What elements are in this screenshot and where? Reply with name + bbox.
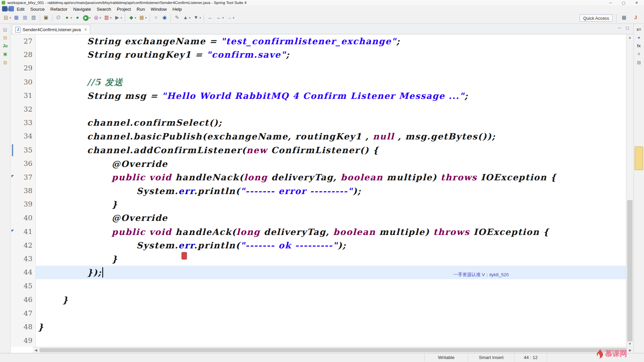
annotation-ruler[interactable] xyxy=(11,279,16,293)
scroll-up-arrow-icon[interactable]: ▲ xyxy=(626,35,633,41)
tab-close-icon[interactable]: ✕ xyxy=(84,27,87,32)
run-external-icon[interactable]: ▶▾ xyxy=(113,13,123,22)
dropdown-arrow-icon[interactable]: ▾ xyxy=(9,16,11,19)
dropdown-arrow-icon[interactable]: ▾ xyxy=(70,16,72,19)
start-server-icon[interactable]: ● xyxy=(73,13,81,22)
code-line[interactable]: 29 xyxy=(11,62,627,75)
close-button[interactable]: ✕ xyxy=(635,1,638,5)
annotation-ruler[interactable] xyxy=(11,75,16,89)
menu-refactor[interactable]: Refactor xyxy=(48,6,70,12)
code-line[interactable]: 27String exchangeName = "test_confirmlis… xyxy=(11,35,627,48)
code-lines[interactable]: 27String exchangeName = "test_confirmlis… xyxy=(11,35,627,347)
menu-run[interactable]: Run xyxy=(134,6,148,12)
dropdown-arrow-icon[interactable]: ▾ xyxy=(89,16,91,19)
editor-minimize-icon[interactable]: ─ xyxy=(618,26,621,30)
menu-edit[interactable]: Edit xyxy=(14,6,27,12)
code-line[interactable]: 35channel.addConfirmListener(new Confirm… xyxy=(11,143,627,157)
minimize-button[interactable]: ─ xyxy=(609,1,612,5)
print-icon[interactable]: ▥ xyxy=(30,13,38,22)
search-icon[interactable]: ◉ xyxy=(161,13,168,22)
last-edit-location-icon[interactable]: ← xyxy=(206,13,214,22)
quick-access-button[interactable]: Quick Access xyxy=(580,14,613,21)
code-line[interactable]: 28String routingKey1 = "confirm.save"; xyxy=(11,48,627,62)
code-line[interactable]: 34channel.basicPublish(exchangeName, rou… xyxy=(11,130,627,143)
scroll-down-arrow-icon[interactable]: ▼ xyxy=(626,341,633,347)
code-line[interactable]: 44}); xyxy=(11,266,627,280)
maximize-button[interactable]: ▢ xyxy=(622,1,625,5)
mark-occurrences-icon[interactable]: ✎ xyxy=(173,13,181,22)
code-line[interactable]: 33channel.confirmSelect(); xyxy=(11,116,627,130)
annotation-ruler[interactable] xyxy=(11,103,16,116)
annotation-ruler[interactable] xyxy=(11,184,16,198)
horizontal-scrollbar[interactable]: ◀ ▶ xyxy=(33,347,633,353)
vertical-scroll-thumb[interactable] xyxy=(627,200,633,342)
menu-source[interactable]: Source xyxy=(28,6,48,12)
run-icon[interactable]: ▶▾ xyxy=(82,13,92,22)
forward-icon[interactable]: →▾ xyxy=(225,13,235,22)
package-explorer-icon[interactable]: ▤ xyxy=(1,34,9,41)
annotation-ruler[interactable] xyxy=(11,171,16,184)
dropdown-arrow-icon[interactable]: ▾ xyxy=(120,16,122,19)
code-line[interactable]: 40@Override xyxy=(11,211,627,225)
dropdown-arrow-icon[interactable]: ▾ xyxy=(200,16,201,19)
spring-explorer-icon[interactable]: ▣ xyxy=(1,50,9,57)
dropdown-arrow-icon[interactable]: ▾ xyxy=(110,16,111,19)
annotation-ruler[interactable] xyxy=(11,252,16,266)
outline-icon[interactable]: ≡ xyxy=(635,50,643,57)
open-type-icon[interactable]: ○ xyxy=(152,13,160,22)
annotation-ruler[interactable] xyxy=(11,239,16,252)
annotation-ruler[interactable] xyxy=(11,143,16,157)
code-line[interactable]: 47 xyxy=(11,307,627,320)
task-list-icon[interactable]: ▤ xyxy=(635,59,643,66)
save-icon[interactable]: ▦ xyxy=(12,13,20,22)
dropdown-arrow-icon[interactable]: ▾ xyxy=(145,16,147,19)
annotation-ruler[interactable] xyxy=(11,62,16,75)
skip-breakpoints-icon[interactable]: ∅ xyxy=(54,13,62,22)
annotation-ruler[interactable] xyxy=(11,211,16,225)
editor-maximize-icon[interactable]: ▢ xyxy=(626,26,629,30)
build-all-icon[interactable]: ▣ xyxy=(42,13,50,22)
horizontal-scroll-thumb[interactable] xyxy=(40,348,627,352)
annotation-ruler[interactable] xyxy=(11,293,16,307)
tab-sender4confirmlistener[interactable]: J Sender4ConfirmListener.java ✕ xyxy=(12,24,91,34)
annotation-ruler[interactable] xyxy=(11,89,16,103)
code-line[interactable]: 49 xyxy=(11,334,627,347)
navigator-icon[interactable]: ▨ xyxy=(1,59,9,66)
coverage-icon[interactable]: ▥▾ xyxy=(103,13,112,22)
menu-window[interactable]: Window xyxy=(148,6,170,12)
annotation-ruler[interactable] xyxy=(11,307,16,320)
back-icon[interactable]: ←▾ xyxy=(215,13,225,22)
annotation-ruler[interactable] xyxy=(11,35,16,48)
dropdown-arrow-icon[interactable]: ▾ xyxy=(135,16,136,19)
annotation-ruler[interactable] xyxy=(11,320,16,334)
restore-views-icon[interactable]: ◱ xyxy=(1,26,9,33)
code-line[interactable]: 39} xyxy=(11,198,627,212)
dropdown-arrow-icon[interactable]: ▾ xyxy=(233,16,234,19)
dropdown-arrow-icon[interactable]: ▾ xyxy=(100,16,101,19)
next-annotation-icon[interactable]: ▼▾ xyxy=(192,13,202,22)
annotation-ruler[interactable] xyxy=(11,334,16,347)
menu-project[interactable]: Project xyxy=(114,6,134,12)
annotation-ruler[interactable] xyxy=(11,225,16,239)
vertical-scrollbar[interactable]: ▲ ▼ xyxy=(626,35,633,347)
scroll-left-arrow-icon[interactable]: ◀ xyxy=(33,348,39,352)
code-line[interactable]: 43} xyxy=(11,252,627,266)
profile-icon[interactable]: ◎▾ xyxy=(92,13,102,22)
dropdown-arrow-icon[interactable]: ▾ xyxy=(189,16,190,19)
menu-help[interactable]: Help xyxy=(170,6,185,12)
java-perspective-icon[interactable]: J xyxy=(632,13,639,22)
new-wizard-icon[interactable]: ▤▾ xyxy=(2,13,12,22)
code-line[interactable]: 48} xyxy=(11,320,627,334)
expressions-icon[interactable]: fx xyxy=(635,42,643,49)
code-line[interactable]: 37public void handleNack(long deliveryTa… xyxy=(11,171,627,184)
code-line[interactable]: 41public void handleAck(long deliveryTag… xyxy=(11,225,627,239)
prev-annotation-icon[interactable]: ▲▾ xyxy=(181,13,191,22)
scroll-right-arrow-icon[interactable]: ▶ xyxy=(627,348,633,352)
new-package-icon[interactable]: ▦▾ xyxy=(138,13,148,22)
junit-icon[interactable]: Ju xyxy=(1,42,9,49)
variables-icon[interactable]: x= xyxy=(635,26,643,33)
new-java-class-icon[interactable]: ◆▾ xyxy=(127,13,137,22)
menu-search[interactable]: Search xyxy=(94,6,114,12)
dropdown-arrow-icon[interactable]: ▾ xyxy=(222,16,224,19)
code-line[interactable]: 42System.err.println("------- ok -------… xyxy=(11,239,627,252)
